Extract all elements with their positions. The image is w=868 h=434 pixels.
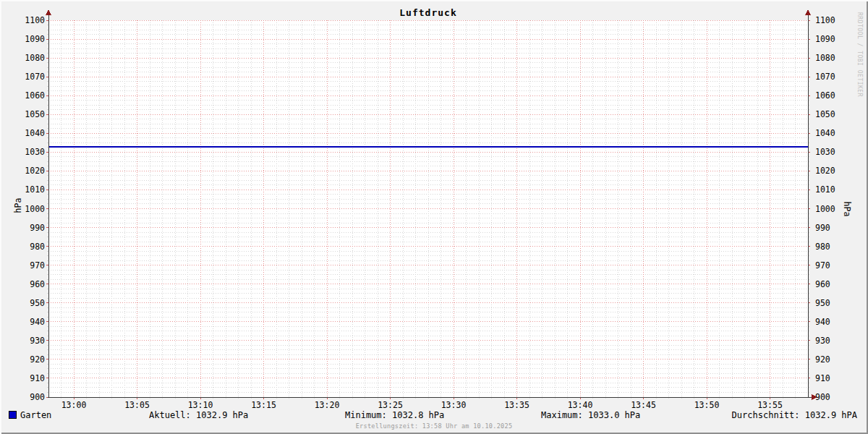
- y-tick-label: 1070: [815, 72, 847, 81]
- y-tick-label: 1100: [815, 16, 847, 25]
- y-tick-label: 900: [815, 393, 847, 401]
- legend-row: Garten Aktuell: 1032.9 hPa Minimum: 1032…: [0, 410, 868, 421]
- y-axis-unit-left: hPa: [13, 191, 23, 220]
- y-tick-label: 930: [815, 336, 847, 345]
- y-tick-label: 1030: [13, 148, 45, 156]
- y-tick-label: 1090: [13, 35, 45, 43]
- y-tick-label: 1040: [13, 129, 45, 137]
- x-tick-label: 13:00: [58, 401, 90, 409]
- y-tick-label: 950: [815, 299, 847, 307]
- x-tick-label: 13:25: [375, 401, 407, 409]
- legend-stat-average: Durchschnitt: 1032.9 hPA: [732, 410, 857, 420]
- y-tick-label: 920: [815, 355, 847, 364]
- x-tick-label: 13:05: [122, 401, 153, 409]
- legend-stat-minimum: Minimum: 1032.8 hPa: [345, 410, 444, 420]
- y-tick-label: 990: [815, 224, 847, 232]
- y-tick-label: 1100: [13, 16, 45, 25]
- y-tick-label: 930: [13, 336, 45, 345]
- y-tick-label: 1040: [815, 129, 847, 137]
- y-tick-label: 950: [13, 299, 45, 307]
- legend-stat-maximum: Maximum: 1033.0 hPa: [541, 410, 640, 420]
- y-tick-label: 970: [13, 261, 45, 270]
- creation-timestamp: Erstellungszeit: 13:58 Uhr am 10.10.2025: [0, 422, 868, 430]
- y-tick-label: 960: [815, 280, 847, 289]
- y-tick-label: 990: [13, 224, 45, 232]
- y-tick-label: 1050: [815, 110, 847, 119]
- y-tick-label: 910: [815, 374, 847, 383]
- y-tick-label: 1030: [815, 148, 847, 156]
- y-tick-label: 920: [13, 355, 45, 364]
- y-tick-label: 960: [13, 280, 45, 289]
- chart-canvas: [0, 0, 868, 434]
- y-tick-label: 1080: [815, 54, 847, 62]
- x-tick-label: 13:15: [248, 401, 280, 409]
- y-tick-label: 900: [13, 393, 45, 401]
- legend-stat-aktuell: Aktuell: 1032.9 hPa: [149, 410, 248, 420]
- y-tick-label: 970: [815, 261, 847, 270]
- y-tick-label: 940: [815, 318, 847, 326]
- y-tick-label: 1070: [13, 72, 45, 81]
- y-tick-label: 1060: [815, 91, 847, 100]
- x-tick-label: 13:40: [564, 401, 596, 409]
- x-tick-label: 13:35: [501, 401, 533, 409]
- x-tick-label: 13:30: [438, 401, 469, 409]
- y-tick-label: 1020: [13, 166, 45, 175]
- y-axis-unit-right: hPa: [842, 195, 852, 224]
- x-tick-label: 13:10: [184, 401, 216, 409]
- x-tick-label: 13:20: [311, 401, 343, 409]
- legend-series-label: Garten: [20, 410, 51, 420]
- y-tick-label: 1090: [815, 35, 847, 43]
- y-tick-label: 940: [13, 318, 45, 326]
- y-tick-label: 1010: [815, 185, 847, 194]
- series-color-swatch: [9, 411, 17, 419]
- y-tick-label: 1050: [13, 110, 45, 119]
- y-tick-label: 1060: [13, 91, 45, 100]
- rrdtool-watermark: RRDTOOL / TOBI OETIKER: [856, 12, 863, 93]
- y-tick-label: 1020: [815, 166, 847, 175]
- y-tick-label: 1080: [13, 54, 45, 62]
- rrdtool-pressure-graph: Luftdruck 110010901080107010601050104010…: [0, 0, 868, 434]
- y-tick-label: 910: [13, 374, 45, 383]
- x-tick-label: 13:50: [691, 401, 723, 409]
- x-tick-label: 13:55: [754, 401, 786, 409]
- y-tick-label: 980: [815, 242, 847, 251]
- y-tick-label: 980: [13, 242, 45, 251]
- x-tick-label: 13:45: [628, 401, 660, 409]
